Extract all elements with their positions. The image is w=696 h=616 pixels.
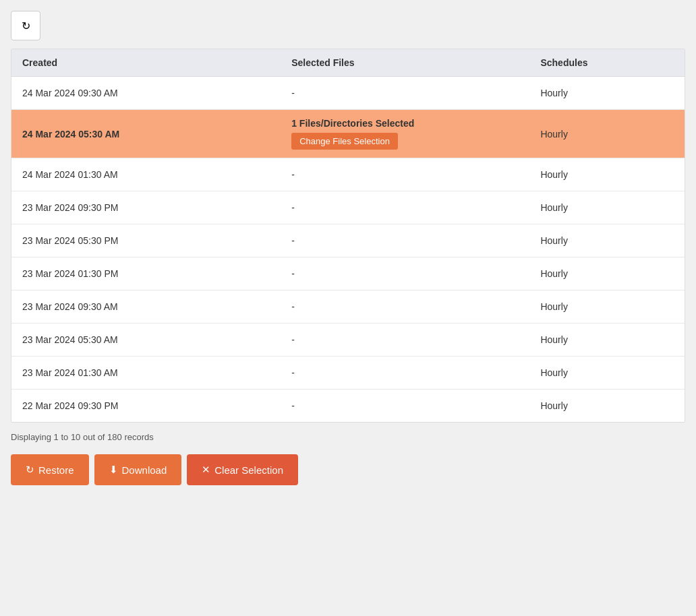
download-label: Download xyxy=(122,464,167,476)
refresh-icon: ↻ xyxy=(22,20,30,32)
page-container: ↻ Created Selected Files Schedules 24 Ma… xyxy=(0,0,696,510)
cell-schedules: Hourly xyxy=(529,257,685,290)
cell-schedules: Hourly xyxy=(529,224,685,257)
cell-created: 23 Mar 2024 05:30 AM xyxy=(11,324,281,357)
cell-created: 22 Mar 2024 09:30 PM xyxy=(11,390,281,423)
pagination-info: Displaying 1 to 10 out of 180 records xyxy=(11,423,685,454)
column-header-selected-files: Selected Files xyxy=(281,49,529,77)
table-row[interactable]: 24 Mar 2024 01:30 AM-Hourly xyxy=(11,158,685,191)
table-row[interactable]: 23 Mar 2024 05:30 PM-Hourly xyxy=(11,224,685,257)
restore-button[interactable]: ↻ Restore xyxy=(11,454,89,485)
table-row[interactable]: 24 Mar 2024 09:30 AM-Hourly xyxy=(11,77,685,110)
cell-files: - xyxy=(281,158,529,191)
table-wrapper: Created Selected Files Schedules 24 Mar … xyxy=(11,49,685,423)
cell-schedules: Hourly xyxy=(529,390,685,423)
cell-schedules: Hourly xyxy=(529,158,685,191)
records-table: Created Selected Files Schedules 24 Mar … xyxy=(11,49,685,422)
cell-created: 23 Mar 2024 09:30 PM xyxy=(11,191,281,224)
refresh-button[interactable]: ↻ xyxy=(11,11,40,40)
cell-files: - xyxy=(281,390,529,423)
cell-files: 1 Files/Directories SelectedChange Files… xyxy=(281,110,529,158)
cell-files: - xyxy=(281,191,529,224)
cell-created: 23 Mar 2024 01:30 PM xyxy=(11,257,281,290)
cell-schedules: Hourly xyxy=(529,191,685,224)
table-row[interactable]: 23 Mar 2024 05:30 AM-Hourly xyxy=(11,324,685,357)
table-row[interactable]: 23 Mar 2024 09:30 AM-Hourly xyxy=(11,290,685,324)
cell-schedules: Hourly xyxy=(529,290,685,324)
table-row[interactable]: 23 Mar 2024 01:30 PM-Hourly xyxy=(11,257,685,290)
cell-schedules: Hourly xyxy=(529,110,685,158)
cell-files: - xyxy=(281,290,529,324)
cell-created: 23 Mar 2024 09:30 AM xyxy=(11,290,281,324)
cell-files: - xyxy=(281,224,529,257)
restore-icon: ↻ xyxy=(26,464,34,476)
cell-created: 24 Mar 2024 01:30 AM xyxy=(11,158,281,191)
table-header-row: Created Selected Files Schedules xyxy=(11,49,685,77)
action-buttons-container: ↻ Restore ⬇ Download ✕ Clear Selection xyxy=(11,454,685,499)
cell-files: - xyxy=(281,324,529,357)
column-header-schedules: Schedules xyxy=(529,49,685,77)
files-selected-label: 1 Files/Directories Selected xyxy=(291,118,519,129)
table-row[interactable]: 23 Mar 2024 09:30 PM-Hourly xyxy=(11,191,685,224)
cell-files: - xyxy=(281,257,529,290)
download-button[interactable]: ⬇ Download xyxy=(94,454,182,485)
change-files-button[interactable]: Change Files Selection xyxy=(291,133,398,150)
cell-schedules: Hourly xyxy=(529,357,685,390)
cell-schedules: Hourly xyxy=(529,77,685,110)
cell-created: 24 Mar 2024 09:30 AM xyxy=(11,77,281,110)
column-header-created: Created xyxy=(11,49,281,77)
table-row[interactable]: 22 Mar 2024 09:30 PM-Hourly xyxy=(11,390,685,423)
clear-label: Clear Selection xyxy=(214,464,283,476)
clear-icon: ✕ xyxy=(202,464,210,476)
cell-created: 23 Mar 2024 01:30 AM xyxy=(11,357,281,390)
cell-files: - xyxy=(281,357,529,390)
table-row[interactable]: 24 Mar 2024 05:30 AM1 Files/Directories … xyxy=(11,110,685,158)
cell-created: 23 Mar 2024 05:30 PM xyxy=(11,224,281,257)
download-icon: ⬇ xyxy=(109,464,118,476)
restore-label: Restore xyxy=(38,464,74,476)
table-row[interactable]: 23 Mar 2024 01:30 AM-Hourly xyxy=(11,357,685,390)
cell-schedules: Hourly xyxy=(529,324,685,357)
clear-selection-button[interactable]: ✕ Clear Selection xyxy=(187,454,298,485)
cell-created: 24 Mar 2024 05:30 AM xyxy=(11,110,281,158)
cell-files: - xyxy=(281,77,529,110)
